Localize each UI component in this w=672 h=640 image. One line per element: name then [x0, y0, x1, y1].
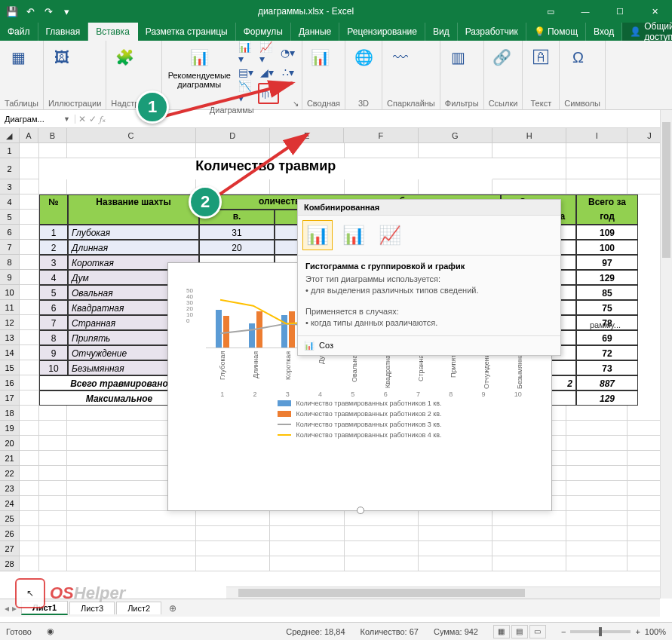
worksheet-grid[interactable]: ◢ ABCDEFGHIJ 123456789101112131415161718… [0, 128, 672, 617]
qat-customize-icon[interactable]: ▾ [60, 5, 72, 17]
macro-record-icon[interactable]: ◉ [47, 626, 54, 636]
zoom-in-button[interactable]: + [635, 627, 640, 636]
tab-pagelayout[interactable]: Разметка страницы [138, 23, 236, 41]
zoom-control[interactable]: − + 100% [561, 627, 666, 636]
group-tours: 🌐 3D [345, 41, 382, 109]
row-headers[interactable]: 1234567891011121314151617181920212223242… [0, 143, 20, 571]
redo-icon[interactable]: ↷ [42, 5, 54, 17]
pivotchart-button[interactable]: 📊 [307, 44, 334, 71]
tab-file[interactable]: Файл [0, 23, 38, 41]
status-count: Количество: 67 [361, 627, 419, 636]
status-ready: Готово [6, 627, 32, 636]
textbox-icon: 🄰 [529, 45, 553, 69]
slicer-icon: ▥ [446, 45, 471, 69]
recchart-icon: 📊 [187, 45, 211, 69]
chart-legend[interactable]: Количество травмированных работников 1 к… [168, 393, 551, 445]
status-avg: Среднее: 18,84 [286, 627, 345, 636]
group-sparklines: 〰 Спарклайны [382, 41, 440, 109]
hdr-total: Всего за [576, 194, 638, 210]
svg-line-0 [164, 83, 293, 116]
addins-button[interactable]: 🧩 [111, 44, 138, 71]
group-illustrations: 🖼 Иллюстрации [44, 41, 106, 109]
watermark-icon: ↖ [15, 578, 45, 608]
link-icon: 🔗 [490, 45, 514, 69]
create-custom-combo-button[interactable]: 📊Соз [298, 335, 560, 355]
filters-button[interactable]: ▥ [445, 44, 472, 71]
combo-clustered-column-line-secondary-icon[interactable]: 📊 [339, 220, 369, 250]
view-pagelayout-button[interactable]: ▤ [511, 625, 528, 638]
tab-developer[interactable]: Разработчик [458, 23, 526, 41]
omega-icon: Ω [566, 45, 590, 69]
group-filters: ▥ Фильтры [440, 41, 484, 109]
hdr-name: Название шахты [68, 194, 199, 210]
share-button[interactable]: 👤Общий доступ [622, 23, 672, 41]
view-pagebreak-button[interactable]: ▭ [529, 625, 546, 638]
chart-icon: 📊 [304, 341, 315, 351]
hscroll-thumb[interactable] [238, 589, 525, 597]
fx-icon[interactable]: 𝑓ₓ [100, 114, 106, 124]
pie-chart-button[interactable]: ◔▾ [279, 44, 297, 62]
column-chart-button[interactable]: 📊▾ [237, 44, 255, 62]
sparklines-button[interactable]: 〰 [387, 44, 414, 71]
line-chart-icon: 📈▾ [259, 45, 275, 60]
3dmap-button[interactable]: 🌐 [350, 44, 377, 71]
group-tables: ▦ Таблицы [0, 41, 44, 109]
tab-formulas[interactable]: Формулы [236, 23, 291, 41]
close-button[interactable]: ✕ [637, 0, 672, 23]
column-chart-icon: 📊▾ [238, 45, 253, 60]
name-box[interactable]: Диаграм...▼ [0, 115, 75, 124]
combo-tooltip: Гистограмма с группировкой и график Этот… [298, 255, 560, 335]
zoom-level[interactable]: 100% [645, 627, 666, 636]
combo-clustered-column-line-icon[interactable]: 📊 [302, 220, 333, 250]
combo-chart-dropdown: Комбинированная 📊 📊 📈 Гистограмма с груп… [297, 199, 561, 356]
chart-x-labels: ГлубокаяДлиннаяКороткаяДумОвальнаяКвадра… [206, 351, 536, 389]
hdr-num: № [39, 194, 68, 210]
minimize-button[interactable]: — [568, 0, 603, 23]
vertical-scrollbar[interactable] [660, 110, 672, 599]
annotation-badge-2: 2 [189, 185, 222, 219]
save-icon[interactable]: 💾 [6, 5, 18, 17]
vscroll-thumb[interactable] [662, 122, 670, 258]
picture-icon: 🖼 [50, 45, 74, 69]
tab-data[interactable]: Данные [291, 23, 339, 41]
text-button[interactable]: 🄰 [527, 44, 554, 71]
cancel-fx-icon[interactable]: ✕ [78, 114, 86, 124]
chart-y-axis: 50403020100 [186, 288, 193, 324]
tables-button[interactable]: ▦ [5, 44, 32, 71]
new-sheet-button[interactable]: ⊕ [163, 603, 183, 614]
3dmap-icon: 🌐 [351, 45, 376, 69]
combo-stacked-area-column-icon[interactable]: 📈 [375, 220, 405, 250]
select-all-cell[interactable]: ◢ [0, 128, 20, 142]
lightbulb-icon: 💡 [534, 26, 545, 37]
illustrations-button[interactable]: 🖼 [48, 44, 75, 71]
scatter-chart-icon: ∴▾ [281, 65, 296, 80]
hyperlink-button[interactable]: 🔗 [489, 44, 516, 71]
line-chart-button[interactable]: 📈▾ [258, 44, 276, 62]
tab-review[interactable]: Рецензирование [339, 23, 425, 41]
tab-view[interactable]: Вид [425, 23, 458, 41]
area-chart-icon: ◢▾ [259, 65, 275, 80]
bar-chart-icon: ▤▾ [238, 65, 253, 80]
horizontal-scrollbar[interactable] [226, 586, 660, 599]
group-symbols: Ω Символы [560, 41, 606, 109]
ribbon-tabs: Файл Главная Вставка Разметка страницы Ф… [0, 23, 672, 41]
store-icon: 🧩 [112, 45, 137, 69]
tell-me[interactable]: 💡 Помощ [526, 23, 586, 41]
column-headers[interactable]: ◢ ABCDEFGHIJ [0, 128, 672, 143]
enter-fx-icon[interactable]: ✓ [89, 114, 97, 124]
tab-home[interactable]: Главная [38, 23, 89, 41]
view-normal-button[interactable]: ▦ [493, 625, 510, 638]
symbols-button[interactable]: Ω [564, 44, 591, 71]
zoom-slider[interactable] [570, 630, 631, 633]
status-sum: Сумма: 942 [434, 627, 478, 636]
ribbon: ▦ Таблицы 🖼 Иллюстрации 🧩 Надстройки 📊Ре… [0, 41, 672, 110]
tab-insert[interactable]: Вставка [88, 23, 138, 41]
maximize-button[interactable]: ☐ [603, 0, 637, 23]
group-text: 🄰 Текст [523, 41, 560, 109]
ribbon-options-icon[interactable]: ▭ [533, 0, 568, 23]
undo-icon[interactable]: ↶ [24, 5, 36, 17]
signin-button[interactable]: Вход [586, 23, 622, 41]
zoom-out-button[interactable]: − [561, 627, 566, 636]
group-pivotchart: 📊 Сводная [302, 41, 345, 109]
annotation-arrow-1 [164, 78, 300, 133]
